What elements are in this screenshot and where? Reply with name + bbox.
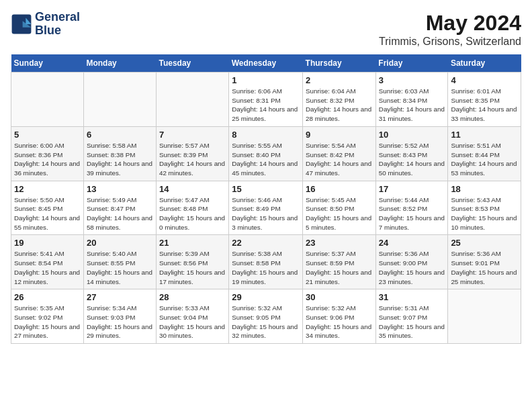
day-number: 24 (379, 238, 445, 248)
day-number: 10 (379, 130, 445, 140)
calendar-title: May 2024 (379, 11, 521, 36)
day-info: Sunrise: 6:06 AM Sunset: 8:31 PM Dayligh… (232, 87, 300, 124)
calendar-cell: 24Sunrise: 5:36 AM Sunset: 9:00 PM Dayli… (375, 235, 448, 289)
calendar-cell: 9Sunrise: 5:54 AM Sunset: 8:42 PM Daylig… (303, 126, 376, 181)
calendar-cell: 15Sunrise: 5:46 AM Sunset: 8:49 PM Dayli… (229, 181, 303, 235)
day-number: 13 (87, 184, 153, 194)
header: General Blue May 2024 Trimmis, Grisons, … (11, 11, 521, 48)
day-number: 18 (451, 184, 518, 194)
calendar-cell: 4Sunrise: 6:01 AM Sunset: 8:35 PM Daylig… (448, 73, 521, 127)
day-number: 8 (232, 130, 300, 140)
day-info: Sunrise: 5:34 AM Sunset: 9:03 PM Dayligh… (87, 304, 153, 340)
calendar-cell: 25Sunrise: 5:36 AM Sunset: 9:01 PM Dayli… (448, 235, 521, 289)
calendar-cell: 2Sunrise: 6:04 AM Sunset: 8:32 PM Daylig… (303, 73, 376, 127)
day-number: 15 (232, 184, 300, 194)
week-row-5: 26Sunrise: 5:35 AM Sunset: 9:02 PM Dayli… (11, 289, 521, 344)
day-info: Sunrise: 5:47 AM Sunset: 8:48 PM Dayligh… (159, 195, 226, 232)
calendar-cell: 18Sunrise: 5:43 AM Sunset: 8:53 PM Dayli… (448, 181, 521, 235)
calendar-cell: 17Sunrise: 5:44 AM Sunset: 8:52 PM Dayli… (375, 181, 448, 235)
day-info: Sunrise: 5:31 AM Sunset: 9:07 PM Dayligh… (379, 304, 445, 340)
col-header-tuesday: Tuesday (156, 54, 228, 73)
day-number: 29 (232, 292, 300, 302)
day-number: 23 (306, 238, 373, 248)
day-number: 21 (159, 238, 226, 248)
day-info: Sunrise: 5:32 AM Sunset: 9:06 PM Dayligh… (306, 304, 373, 340)
day-info: Sunrise: 5:44 AM Sunset: 8:52 PM Dayligh… (379, 195, 445, 232)
calendar-cell: 8Sunrise: 5:55 AM Sunset: 8:40 PM Daylig… (229, 126, 303, 181)
logo-line2: Blue (35, 24, 80, 38)
col-header-thursday: Thursday (303, 54, 376, 73)
day-info: Sunrise: 5:50 AM Sunset: 8:45 PM Dayligh… (14, 195, 81, 232)
calendar-cell: 16Sunrise: 5:45 AM Sunset: 8:50 PM Dayli… (303, 181, 376, 235)
day-number: 6 (87, 130, 153, 140)
day-info: Sunrise: 5:32 AM Sunset: 9:05 PM Dayligh… (232, 304, 300, 340)
calendar-cell: 14Sunrise: 5:47 AM Sunset: 8:48 PM Dayli… (156, 181, 228, 235)
day-info: Sunrise: 6:03 AM Sunset: 8:34 PM Dayligh… (379, 87, 445, 124)
day-number: 1 (232, 75, 300, 85)
day-info: Sunrise: 6:04 AM Sunset: 8:32 PM Dayligh… (306, 87, 373, 124)
day-number: 12 (14, 184, 81, 194)
logo-text: General Blue (35, 11, 80, 38)
day-info: Sunrise: 5:39 AM Sunset: 8:56 PM Dayligh… (159, 249, 226, 286)
calendar-cell: 7Sunrise: 5:57 AM Sunset: 8:39 PM Daylig… (156, 126, 228, 181)
day-number: 28 (159, 292, 226, 302)
calendar-cell: 29Sunrise: 5:32 AM Sunset: 9:05 PM Dayli… (229, 289, 303, 344)
day-info: Sunrise: 5:35 AM Sunset: 9:02 PM Dayligh… (14, 304, 81, 340)
day-info: Sunrise: 6:01 AM Sunset: 8:35 PM Dayligh… (451, 87, 518, 124)
calendar-cell: 30Sunrise: 5:32 AM Sunset: 9:06 PM Dayli… (303, 289, 376, 344)
day-info: Sunrise: 5:52 AM Sunset: 8:43 PM Dayligh… (379, 141, 445, 178)
calendar-cell: 31Sunrise: 5:31 AM Sunset: 9:07 PM Dayli… (375, 289, 448, 344)
calendar-cell: 13Sunrise: 5:49 AM Sunset: 8:47 PM Dayli… (83, 181, 156, 235)
day-info: Sunrise: 5:54 AM Sunset: 8:42 PM Dayligh… (306, 141, 373, 178)
day-info: Sunrise: 5:43 AM Sunset: 8:53 PM Dayligh… (451, 195, 518, 232)
day-info: Sunrise: 5:36 AM Sunset: 9:00 PM Dayligh… (379, 249, 445, 286)
calendar-cell (156, 73, 228, 127)
calendar-cell: 23Sunrise: 5:37 AM Sunset: 8:59 PM Dayli… (303, 235, 376, 289)
logo-line1: General (35, 11, 80, 24)
week-row-1: 1Sunrise: 6:06 AM Sunset: 8:31 PM Daylig… (11, 73, 521, 127)
day-number: 20 (87, 238, 153, 248)
col-header-sunday: Sunday (11, 54, 84, 73)
day-number: 11 (451, 130, 518, 140)
day-number: 17 (379, 184, 445, 194)
col-header-wednesday: Wednesday (229, 54, 303, 73)
day-info: Sunrise: 5:55 AM Sunset: 8:40 PM Dayligh… (232, 141, 300, 178)
calendar-cell (11, 73, 84, 127)
logo: General Blue (11, 11, 80, 38)
day-number: 14 (159, 184, 226, 194)
calendar-subtitle: Trimmis, Grisons, Switzerland (379, 36, 521, 48)
calendar-cell: 10Sunrise: 5:52 AM Sunset: 8:43 PM Dayli… (375, 126, 448, 181)
day-info: Sunrise: 5:49 AM Sunset: 8:47 PM Dayligh… (87, 195, 153, 232)
calendar-cell: 6Sunrise: 5:58 AM Sunset: 8:38 PM Daylig… (83, 126, 156, 181)
day-info: Sunrise: 5:40 AM Sunset: 8:55 PM Dayligh… (87, 249, 153, 286)
day-number: 16 (306, 184, 373, 194)
calendar-table: SundayMondayTuesdayWednesdayThursdayFrid… (11, 54, 521, 344)
calendar-cell: 12Sunrise: 5:50 AM Sunset: 8:45 PM Dayli… (11, 181, 84, 235)
day-info: Sunrise: 5:33 AM Sunset: 9:04 PM Dayligh… (159, 304, 226, 340)
day-info: Sunrise: 5:57 AM Sunset: 8:39 PM Dayligh… (159, 141, 226, 178)
day-number: 4 (451, 75, 518, 85)
day-number: 22 (232, 238, 300, 248)
day-number: 30 (306, 292, 373, 302)
calendar-cell: 27Sunrise: 5:34 AM Sunset: 9:03 PM Dayli… (83, 289, 156, 344)
week-row-2: 5Sunrise: 6:00 AM Sunset: 8:36 PM Daylig… (11, 126, 521, 181)
calendar-cell: 19Sunrise: 5:41 AM Sunset: 8:54 PM Dayli… (11, 235, 84, 289)
col-header-friday: Friday (375, 54, 448, 73)
day-number: 27 (87, 292, 153, 302)
col-header-monday: Monday (83, 54, 156, 73)
day-number: 5 (14, 130, 81, 140)
calendar-cell: 3Sunrise: 6:03 AM Sunset: 8:34 PM Daylig… (375, 73, 448, 127)
calendar-cell (83, 73, 156, 127)
calendar-cell: 20Sunrise: 5:40 AM Sunset: 8:55 PM Dayli… (83, 235, 156, 289)
calendar-cell: 1Sunrise: 6:06 AM Sunset: 8:31 PM Daylig… (229, 73, 303, 127)
col-header-saturday: Saturday (448, 54, 521, 73)
day-info: Sunrise: 5:36 AM Sunset: 9:01 PM Dayligh… (451, 249, 518, 286)
calendar-cell: 5Sunrise: 6:00 AM Sunset: 8:36 PM Daylig… (11, 126, 84, 181)
calendar-cell (448, 289, 521, 344)
day-number: 9 (306, 130, 373, 140)
day-info: Sunrise: 5:37 AM Sunset: 8:59 PM Dayligh… (306, 249, 373, 286)
calendar-cell: 11Sunrise: 5:51 AM Sunset: 8:44 PM Dayli… (448, 126, 521, 181)
calendar-cell: 28Sunrise: 5:33 AM Sunset: 9:04 PM Dayli… (156, 289, 228, 344)
day-number: 31 (379, 292, 445, 302)
week-row-4: 19Sunrise: 5:41 AM Sunset: 8:54 PM Dayli… (11, 235, 521, 289)
